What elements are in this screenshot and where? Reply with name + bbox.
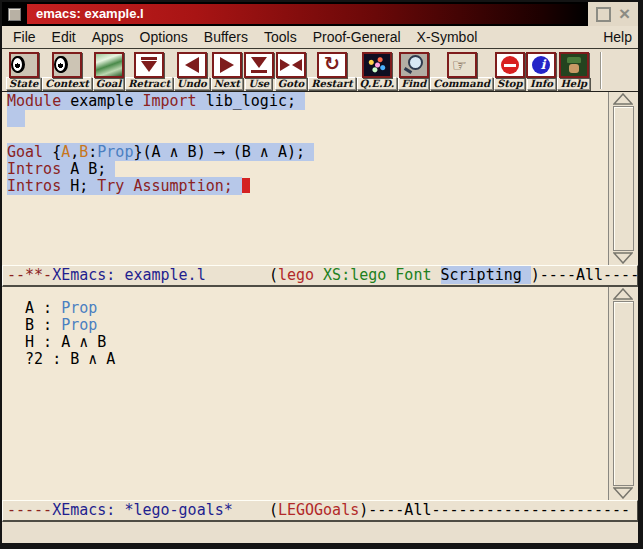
- text-cursor: [242, 178, 250, 193]
- undo-left-triangle-icon: [177, 52, 207, 78]
- scroll-up-icon[interactable]: [613, 93, 633, 105]
- goal-picture-icon: [94, 52, 124, 78]
- xemacs-window: emacs: example.l × File Edit Apps Option…: [0, 0, 643, 549]
- find-button[interactable]: Find: [398, 52, 429, 90]
- restart-cycle-icon: [317, 52, 347, 78]
- qed-fireworks-icon: [362, 52, 392, 78]
- script-scrollbar[interactable]: [608, 92, 638, 265]
- goal-line: H : A ∧ B: [7, 334, 608, 351]
- scrollbar-thumb[interactable]: [613, 106, 634, 251]
- eyes-icon: [52, 52, 82, 78]
- goto-button[interactable]: Goto: [275, 52, 308, 90]
- minibuffer[interactable]: [2, 522, 638, 544]
- window-title: emacs: example.l: [27, 4, 588, 24]
- menu-x-symbol[interactable]: X-Symbol: [409, 26, 486, 48]
- undo-button[interactable]: Undo: [174, 52, 210, 90]
- modeline-goals: -----XEmacs: *lego-goals* (LEGOGoals)---…: [2, 500, 638, 522]
- goal-line: A : Prop: [7, 300, 608, 317]
- menu-edit[interactable]: Edit: [44, 26, 84, 48]
- help-button[interactable]: Help: [557, 52, 590, 90]
- context-button[interactable]: Context: [42, 52, 91, 90]
- toolbar-separator: [600, 52, 602, 89]
- menu-proof-general[interactable]: Proof-General: [305, 26, 409, 48]
- menu-options[interactable]: Options: [132, 26, 196, 48]
- info-button[interactable]: Info: [526, 52, 556, 90]
- menu-file[interactable]: File: [5, 26, 44, 48]
- state-button[interactable]: State: [6, 52, 41, 90]
- command-button[interactable]: Command: [430, 52, 493, 90]
- goals-scrollbar[interactable]: [608, 287, 638, 500]
- menu-tools[interactable]: Tools: [256, 26, 305, 48]
- menu-buffers[interactable]: Buffers: [196, 26, 256, 48]
- menu-help[interactable]: Help: [595, 26, 638, 48]
- window-menu-button[interactable]: [8, 8, 21, 21]
- stop-button[interactable]: Stop: [494, 52, 526, 90]
- modeline-script: --**-XEmacs: example.l (lego XS:lego Fon…: [2, 265, 638, 287]
- close-icon[interactable]: ×: [619, 5, 630, 23]
- find-magnifier-icon: [399, 52, 429, 78]
- goal-line: ?2 : B ∧ A: [7, 351, 608, 368]
- goal-button[interactable]: Goal: [93, 52, 125, 90]
- goto-point-icon: [276, 52, 306, 78]
- code-line: Intros H; Try Assumption;: [7, 178, 608, 195]
- code-line: Intros A B;: [7, 161, 608, 178]
- title-bar[interactable]: emacs: example.l ×: [2, 2, 638, 26]
- scroll-up-icon[interactable]: [613, 288, 633, 300]
- maximize-icon[interactable]: [596, 7, 611, 22]
- window-controls: ×: [588, 2, 638, 26]
- code-line: [7, 127, 608, 144]
- retract-to-top-icon: [134, 52, 164, 78]
- scripting-indicator: Scripting: [441, 266, 531, 284]
- use-button[interactable]: Use: [244, 52, 274, 90]
- menu-bar: File Edit Apps Options Buffers Tools Pro…: [2, 26, 638, 49]
- command-hand-icon: [447, 52, 477, 78]
- code-line: [7, 110, 608, 127]
- qed-button[interactable]: Q.E.D.: [357, 52, 398, 90]
- stop-sign-icon: [495, 52, 525, 78]
- scroll-down-icon[interactable]: [613, 252, 633, 264]
- menu-apps[interactable]: Apps: [84, 26, 132, 48]
- code-line: Module example Import lib_logic;: [7, 93, 608, 110]
- retract-button[interactable]: Retract: [125, 52, 173, 90]
- info-icon: [526, 52, 556, 78]
- scroll-down-icon[interactable]: [613, 487, 633, 499]
- eyes-icon: [9, 52, 39, 78]
- goals-buffer[interactable]: A : Prop B : Prop H : A ∧ B ?2 : B ∧ A: [2, 287, 608, 513]
- restart-button[interactable]: Restart: [308, 52, 355, 90]
- script-buffer[interactable]: Module example Import lib_logic; Goal {A…: [2, 92, 608, 266]
- proof-toolbar: State Context Goal Retract Undo Next Use: [2, 49, 638, 92]
- next-button[interactable]: Next: [211, 52, 243, 90]
- next-right-triangle-icon: [212, 52, 242, 78]
- help-face-icon: [559, 52, 589, 78]
- use-to-end-icon: [244, 52, 274, 78]
- goal-line: B : Prop: [7, 317, 608, 334]
- code-line: Goal {A,B:Prop}(A ∧ B) ⟶ (B ∧ A);: [7, 144, 608, 161]
- scrollbar-thumb[interactable]: [613, 301, 634, 486]
